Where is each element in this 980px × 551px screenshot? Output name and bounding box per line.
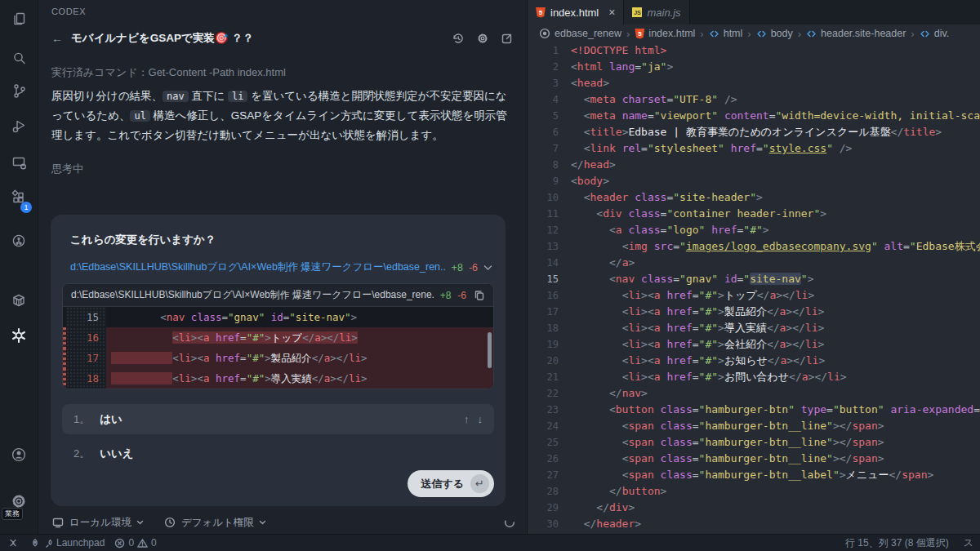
- code-line[interactable]: 5 <meta name="viewport" content="width=d…: [528, 108, 980, 124]
- account-icon[interactable]: [0, 442, 38, 467]
- code-line[interactable]: 17 <li><a href="#">製品紹介</a></li>: [528, 304, 980, 320]
- source-control-icon[interactable]: [0, 78, 38, 103]
- code-line[interactable]: 10 <header class="site-header">: [528, 189, 980, 206]
- line-number[interactable]: 20: [528, 353, 571, 369]
- line-number[interactable]: 30: [528, 516, 571, 532]
- code-line[interactable]: 12 <a class="logo" href="#">: [528, 222, 980, 238]
- code-line[interactable]: 23 <button class="hamburger-btn" type="b…: [528, 402, 980, 418]
- cursor-position[interactable]: 行 15、列 37 (8 個選択): [845, 536, 949, 550]
- code-line[interactable]: 18 <li><a href="#">導入実績</a></li>: [528, 320, 980, 336]
- line-number[interactable]: 9: [528, 173, 571, 189]
- launchpad-item[interactable]: Launchpad: [29, 537, 105, 549]
- send-button[interactable]: 送信する ↵: [408, 470, 494, 497]
- run-debug-icon[interactable]: [0, 113, 38, 138]
- line-number[interactable]: 29: [528, 500, 571, 516]
- thread-settings-icon[interactable]: [476, 32, 489, 45]
- line-number[interactable]: 5: [528, 108, 571, 124]
- code-line[interactable]: 8</head>: [528, 157, 980, 173]
- code-line[interactable]: 9<body>: [528, 173, 980, 189]
- live-share-icon[interactable]: [0, 229, 38, 253]
- back-icon[interactable]: ←: [51, 32, 63, 45]
- code-line[interactable]: 4 <meta charset="UTF-8" />: [528, 91, 980, 108]
- line-number[interactable]: 28: [528, 483, 571, 500]
- code-area[interactable]: 1<!DOCTYPE html>2<html lang="ja">3<head>…: [528, 42, 980, 535]
- code-line[interactable]: 16 <li><a href="#">トップ</a></li>: [528, 287, 980, 304]
- code-line[interactable]: 29 </div>: [528, 500, 980, 516]
- line-number[interactable]: 11: [528, 206, 571, 222]
- code-line[interactable]: 20 <li><a href="#">お知らせ</a></li>: [528, 353, 980, 369]
- file-link[interactable]: d:\Edbase\SKILLHUB\Skillhubブログ\AI×Web制作 …: [70, 260, 446, 274]
- code-line[interactable]: 28 </button>: [528, 483, 980, 500]
- line-number[interactable]: 7: [528, 140, 571, 157]
- line-number[interactable]: 15: [528, 271, 571, 287]
- line-number[interactable]: 12: [528, 222, 571, 238]
- code-line[interactable]: 7 <link rel="stylesheet" href="style.css…: [528, 140, 980, 157]
- line-number[interactable]: 14: [528, 255, 571, 271]
- line-number[interactable]: 18: [528, 320, 571, 336]
- tab-index-html[interactable]: 5 index.html ×: [528, 0, 624, 24]
- breadcrumb-item-html[interactable]: html: [709, 28, 743, 39]
- code-line[interactable]: 27 <span class="hamburger-btn__label">メニ…: [528, 467, 980, 483]
- line-number[interactable]: 4: [528, 91, 571, 108]
- line-number[interactable]: 17: [528, 304, 571, 320]
- breadcrumb-item-header[interactable]: header.site-header: [806, 28, 906, 39]
- code-line[interactable]: 26 <span class="hamburger-btn__line"></s…: [528, 451, 980, 467]
- option-yes[interactable]: 1。 はい ↑ ↓: [62, 404, 494, 434]
- breadcrumb-item-body[interactable]: body: [756, 28, 793, 39]
- code-line[interactable]: 14 </a>: [528, 255, 980, 271]
- line-number[interactable]: 6: [528, 124, 571, 140]
- line-number[interactable]: 2: [528, 59, 571, 75]
- line-number[interactable]: 16: [528, 287, 571, 304]
- remote-explorer-icon[interactable]: [0, 150, 38, 175]
- code-line[interactable]: 21 <li><a href="#">お問い合わせ</a></li>: [528, 369, 980, 385]
- breadcrumb-item-file[interactable]: 5 index.html: [635, 28, 695, 39]
- explorer-icon[interactable]: [0, 7, 38, 31]
- line-number[interactable]: 8: [528, 157, 571, 173]
- arrow-down-icon[interactable]: ↓: [478, 413, 483, 425]
- line-number[interactable]: 24: [528, 418, 571, 434]
- code-line[interactable]: 1<!DOCTYPE html>: [528, 42, 980, 59]
- code-line[interactable]: 6 <title>Edbase | 教育事業のためのオンラインスクール基盤</t…: [528, 124, 980, 140]
- code-line[interactable]: 25 <span class="hamburger-btn__line"></s…: [528, 434, 980, 451]
- line-number[interactable]: 10: [528, 189, 571, 206]
- code-line[interactable]: 30 </header>: [528, 516, 980, 532]
- file-link-row[interactable]: d:\Edbase\SKILLHUB\Skillhubブログ\AI×Web制作 …: [70, 260, 492, 274]
- line-number[interactable]: 27: [528, 467, 571, 483]
- breadcrumb-item-root[interactable]: edbase_renew: [539, 28, 621, 39]
- code-line[interactable]: 3<head>: [528, 75, 980, 91]
- line-number[interactable]: 25: [528, 434, 571, 451]
- history-icon[interactable]: [452, 32, 465, 45]
- line-number[interactable]: 19: [528, 336, 571, 353]
- permission-selector[interactable]: デフォルト権限: [163, 516, 266, 530]
- code-line[interactable]: 19 <li><a href="#">会社紹介</a></li>: [528, 336, 980, 353]
- remote-indicator-icon[interactable]: [7, 537, 19, 549]
- code-line[interactable]: 2<html lang="ja">: [528, 59, 980, 75]
- codex-openai-icon[interactable]: [0, 323, 38, 348]
- environment-selector[interactable]: ローカル環境: [51, 516, 144, 530]
- code-line[interactable]: 11 <div class="container header-inner">: [528, 206, 980, 222]
- tab-main-js[interactable]: JS main.js: [624, 0, 689, 24]
- code-line[interactable]: 13 <img src="images/logo_edbasecompany.s…: [528, 238, 980, 255]
- search-icon[interactable]: [0, 46, 38, 70]
- line-number[interactable]: 26: [528, 451, 571, 467]
- breadcrumb-item-div[interactable]: div.: [920, 28, 950, 39]
- line-number[interactable]: 23: [528, 402, 571, 418]
- line-number[interactable]: 22: [528, 385, 571, 402]
- line-number[interactable]: 1: [528, 42, 571, 59]
- chevron-down-icon[interactable]: [483, 264, 492, 271]
- option-no[interactable]: 2。 いいえ: [62, 442, 494, 466]
- code-line[interactable]: 15 <nav class="gnav" id="site-nav">: [528, 271, 980, 287]
- code-line[interactable]: 24 <span class="hamburger-btn__line"></s…: [528, 418, 980, 434]
- line-number[interactable]: 13: [528, 238, 571, 255]
- line-number[interactable]: 3: [528, 75, 571, 91]
- close-icon[interactable]: ×: [608, 6, 615, 19]
- indentation-label[interactable]: ス: [964, 536, 973, 550]
- container-icon[interactable]: [0, 288, 38, 313]
- copy-icon[interactable]: [473, 289, 485, 301]
- line-number[interactable]: 21: [528, 369, 571, 385]
- code-line[interactable]: 22 </nav>: [528, 385, 980, 402]
- problems-item[interactable]: 0 0: [114, 537, 156, 549]
- extensions-icon[interactable]: 1: [0, 185, 38, 210]
- diff-scrollbar[interactable]: [488, 332, 492, 368]
- arrow-up-icon[interactable]: ↑: [464, 413, 470, 425]
